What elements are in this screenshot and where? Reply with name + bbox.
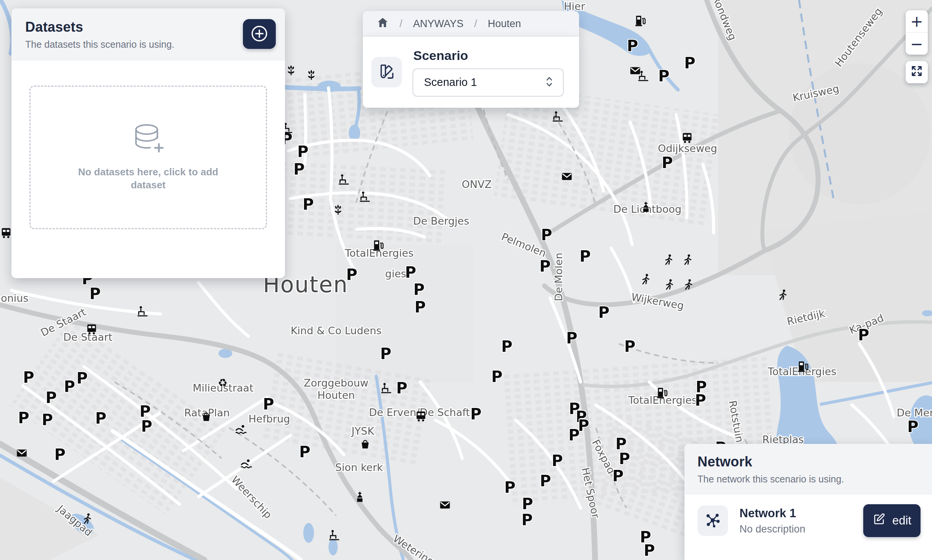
parking-marker: P [644, 542, 655, 559]
scenario-card: Scenario Scenario 1 [363, 37, 579, 108]
network-item-name: Network 1 [739, 507, 806, 520]
parking-marker: P [662, 154, 673, 172]
parking-marker: P [566, 329, 577, 347]
parking-marker: P [405, 264, 416, 281]
mail-icon [440, 502, 450, 508]
parking-marker: P [522, 495, 533, 513]
parking-marker: P [414, 298, 426, 316]
map-label: Hier [564, 0, 585, 12]
network-icon-tile [697, 505, 728, 536]
parking-marker: P [413, 281, 424, 298]
fullscreen-control [906, 61, 928, 83]
parking-marker: P [76, 369, 87, 387]
scenario-title: Scenario [413, 48, 564, 63]
parking-marker: P [540, 472, 551, 490]
network-item-description: No description [739, 523, 806, 535]
parking-marker: P [141, 418, 152, 435]
breadcrumb-separator: / [400, 18, 403, 30]
parking-marker: P [293, 160, 304, 178]
breadcrumb-item-houten[interactable]: Houten [488, 18, 521, 30]
network-title: Network [697, 454, 919, 470]
parking-marker: P [263, 395, 274, 413]
map-label: De Mere [896, 407, 932, 419]
datasets-panel: Datasets The datasets this scenario is u… [11, 8, 285, 278]
home-icon[interactable] [377, 16, 389, 31]
parking-marker: P [501, 338, 512, 355]
mail-icon [630, 67, 640, 74]
network-panel-header: Network The network this scenario is usi… [684, 444, 932, 494]
datasets-panel-body: No datasets here, click to add dataset [11, 86, 285, 229]
network-list-item: Network 1 No description edit [684, 494, 932, 537]
datasets-panel-header: Datasets The datasets this scenario is u… [11, 8, 285, 60]
parking-marker: P [858, 326, 869, 344]
scenario-select-value: Scenario 1 [424, 76, 477, 89]
map-label: De Molen [553, 252, 565, 301]
parking-marker: P [95, 409, 106, 427]
parking-marker: P [598, 304, 609, 321]
mail-icon [17, 450, 27, 456]
parking-marker: P [346, 266, 357, 283]
parking-marker: P [568, 426, 579, 444]
parking-marker: P [539, 257, 550, 275]
parking-marker: P [541, 226, 552, 244]
fullscreen-button[interactable] [906, 61, 928, 83]
parking-marker: P [619, 450, 630, 468]
parking-marker: P [521, 511, 532, 529]
map-label: gies [385, 268, 406, 280]
parking-marker: P [18, 409, 29, 427]
parking-marker: P [491, 368, 502, 385]
map-label: Zorggebouw [304, 377, 368, 389]
parking-marker: P [380, 345, 391, 363]
parking-marker: P [504, 479, 515, 496]
zoom-out-button[interactable]: − [906, 32, 928, 55]
chevron-updown-icon [544, 76, 555, 89]
edit-network-button[interactable]: edit [863, 504, 921, 537]
network-nodes-icon [704, 511, 722, 530]
map-label: Hefbrug [249, 413, 290, 425]
parking-marker: P [89, 285, 100, 303]
network-panel: Network The network this scenario is usi… [684, 444, 932, 560]
datasets-subtitle: The datasets this scenario is using. [25, 39, 271, 50]
zoom-in-button[interactable]: + [906, 10, 928, 32]
map-label: eonius [0, 292, 28, 304]
network-subtitle: The network this scenario is using. [697, 474, 919, 485]
map-label: De Staart [63, 331, 113, 343]
parking-marker: P [579, 248, 591, 265]
breadcrumb-separator: / [474, 18, 477, 30]
mail-icon [562, 173, 572, 180]
parking-marker: P [64, 378, 75, 395]
parking-marker: P [54, 446, 65, 463]
map-label: Houten [317, 389, 355, 401]
zoom-controls: + − [906, 10, 928, 55]
datasets-title: Datasets [25, 19, 271, 35]
parking-marker: P [695, 392, 706, 409]
scenario-icon-tile [371, 57, 402, 87]
fullscreen-expand-icon [910, 65, 923, 80]
parking-marker: P [627, 37, 638, 55]
parking-marker: P [42, 411, 53, 429]
database-add-icon [130, 123, 167, 158]
map-label: De Bergjes [413, 215, 469, 227]
scenario-panel: / ANYWAYS / Houten Scenario Scenario 1 [363, 11, 579, 107]
recycle-icon [218, 377, 227, 389]
breadcrumb-item-anyways[interactable]: ANYWAYS [413, 18, 464, 30]
parking-marker: P [907, 418, 918, 435]
datasets-dropzone[interactable]: No datasets here, click to add dataset [29, 86, 267, 229]
parking-marker: P [684, 54, 695, 72]
map-label: ONVZ [462, 178, 492, 190]
parking-marker: P [45, 389, 57, 406]
parking-marker: P [470, 405, 481, 423]
parking-marker: P [578, 417, 589, 434]
map-label: Odijkseweg [658, 142, 717, 154]
add-dataset-button[interactable] [243, 19, 276, 49]
parking-marker: P [23, 369, 34, 386]
parking-marker: P [303, 196, 314, 213]
map-label: JYSK [351, 425, 375, 437]
parking-marker: P [396, 379, 407, 397]
parking-marker: P [658, 67, 669, 85]
datasets-empty-text: No datasets here, click to add dataset [68, 165, 228, 191]
parking-marker: P [299, 443, 310, 461]
swatchbook-icon [378, 63, 395, 82]
scenario-select[interactable]: Scenario 1 [413, 68, 564, 97]
map-label: Kind & Co Ludens [291, 325, 382, 337]
